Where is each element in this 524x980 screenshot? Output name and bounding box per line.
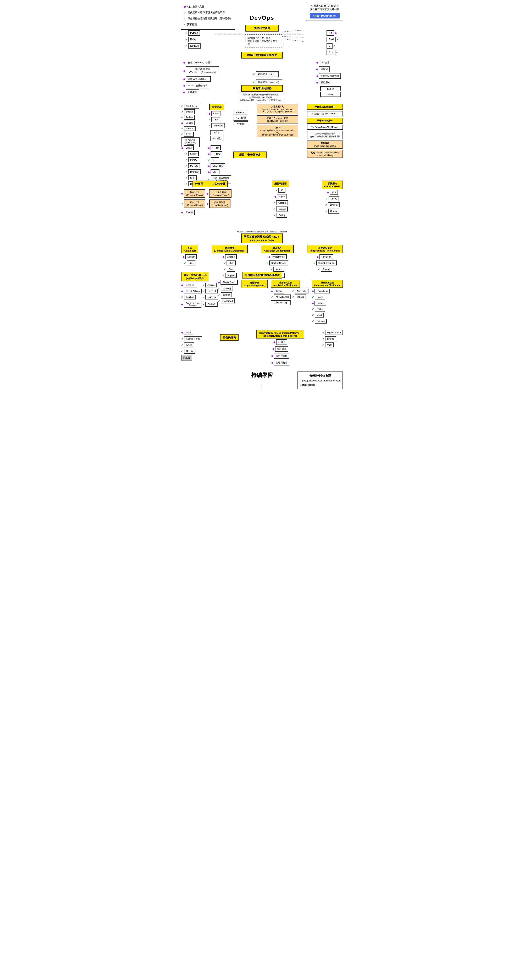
go-check-icon: ◆ <box>335 32 337 35</box>
initd-item: ✔ 啟動管理（init.d） <box>253 72 282 77</box>
ftp-box: FTP <box>211 158 219 162</box>
splunk-box: Splunk <box>221 292 232 297</box>
aws-box: AWS <box>184 330 193 335</box>
ruby-check-icon: ✔ <box>185 38 187 41</box>
legend-item-green: ✔ 替代選項－選擇此項或是紫色項目 <box>184 10 232 16</box>
tomcat-box: Tomcat <box>276 207 287 212</box>
server-mgmt-box: 學習管理伺服器 <box>241 85 283 92</box>
config-label: 組態管理(Configuration Management) <box>211 245 248 253</box>
freebsd-box: FreeBSD <box>233 110 248 115</box>
jaeger-box: Jaeger <box>274 289 284 293</box>
top-right-line2: 以及各式資源和其他路線圖 <box>310 8 340 11</box>
dns-box: DNS <box>210 130 224 135</box>
pulumi-box: Pulumi <box>321 267 332 272</box>
python-box: Python <box>188 30 200 36</box>
azure-box: Azure <box>184 342 194 347</box>
socket-icon: ◆ <box>183 77 185 81</box>
https-box: HTTPS <box>211 151 222 156</box>
legend-item-purple: ◆ 個人推薦 / 意見 <box>184 4 232 10</box>
roadmap-link[interactable]: http:// roadmap.sh <box>310 13 340 19</box>
c-box: C <box>327 43 332 49</box>
netbsd-box: NetBSD <box>233 121 248 126</box>
newrelic-box: New Relic <box>295 289 308 293</box>
lang-left-items: ✔ Python ✔ Ruby ✔ Node.js <box>185 30 201 49</box>
dockerswarm-box: Docker Swarm <box>269 261 288 266</box>
mesos-box: Mesos <box>273 267 284 272</box>
compilers-box: 從原始碼編譯應用程式（gcc、make 和其他相關的東西） <box>307 131 343 139</box>
network-main-box: 網路、安全與協定 <box>233 151 267 158</box>
windows-box: Windows <box>211 123 225 128</box>
cloud-main-list: ◆AWS ✔Google Cloud ✔Azure ✔Heroku 阿里雲 <box>181 330 202 361</box>
go-box: Go <box>327 30 334 36</box>
c-item: C ✔ <box>327 43 339 49</box>
whatisinstall-box: 什麼是 ＿＿＿，如何安裝 <box>192 181 228 187</box>
service-mesh-section: 服務網格(Service Mesh) ◆Istio ✔Envoy ✔Linker… <box>322 181 343 214</box>
multiplexer-box: 終端機多工器（Multiplexer） <box>307 111 343 116</box>
os-box: 作業系統 <box>209 104 224 110</box>
virt-icon: ◆ <box>316 68 318 71</box>
service-mesh-label: 服務網格(Service Mesh) <box>322 181 343 189</box>
logs-label: 日誌管理(Logs Management) <box>241 280 268 288</box>
alibaba-box: 阿里雲 <box>181 355 192 361</box>
webserver-section: 網頁伺服器 ✔IIS ◆Nginx ✔Apache ✔Tomcat ✔Caddy <box>272 181 289 218</box>
smtp-box: SMTP <box>188 151 199 156</box>
c-check-icon: ✔ <box>333 45 335 48</box>
salt-box: Salt <box>227 267 235 272</box>
gray-check-icon: ✔ <box>184 16 186 22</box>
caching-box: 快取伺服器(Caching Server) <box>209 189 231 198</box>
docker-box: Docker <box>185 254 197 259</box>
debian-box: Debian <box>184 109 195 114</box>
nginx-box: Nginx <box>277 194 287 199</box>
go-item: Go ◆ <box>327 30 339 36</box>
io-box: I/O 管理 <box>319 60 331 65</box>
editors-box: Vim/Nano/PowerShell/Emacs <box>307 125 343 130</box>
github1-row: ⬥ goodjack/developer-roadmap-chinese <box>300 379 340 382</box>
process-icon: ◆ <box>183 61 185 64</box>
digitalocean-box: Digital Ocean <box>325 330 343 335</box>
memory-item: ◆ 記憶體 / 儲存空間 <box>316 73 341 79</box>
datadog-box: Datadog <box>315 319 327 323</box>
systemd-box: 服務管理（systemd） <box>256 80 282 85</box>
papertrail-box: Papertrail <box>221 298 235 304</box>
openbsd-box: OpenBSD <box>233 116 248 121</box>
logs-label-section: 日誌管理(Logs Management) <box>241 280 268 324</box>
centos-box: CentOS <box>184 126 195 131</box>
apache-box: Apache <box>276 200 288 205</box>
network-center: ◆HTTP ◆HTTPS ✔FTP ◆SSL / TLS ◆SSH ✔Port … <box>208 145 231 184</box>
k8s-box: Kubernetes <box>271 254 287 259</box>
github2-row: ⬥ littlegoodjack <box>300 383 340 387</box>
fs-box: 檔案系統 <box>319 80 332 85</box>
thread-box: 執行緒 和 並行（Thread）（Concurrency） <box>186 67 219 75</box>
elastic-box: Elastic Stack <box>221 280 238 285</box>
lxc-box: LXC <box>187 261 195 266</box>
legend-item-notrecommend: ● 我不推薦 <box>184 22 232 28</box>
fs-icon: ◆ <box>316 81 318 84</box>
suse-box: SUSE Linux <box>184 104 199 108</box>
socket-box: 網路插座（Socket） <box>186 76 211 82</box>
terraform-box: Terraform <box>319 254 333 259</box>
cloud-label-wrap: 雲端供應商 <box>220 334 238 341</box>
cloud-label: 雲端供應商 <box>220 334 238 341</box>
iis-box: IIS <box>278 188 285 193</box>
nodejs-check-icon: ✔ <box>185 45 187 48</box>
webserver-label: 網頁伺服器 <box>272 181 289 187</box>
green-check-icon: ✔ <box>184 10 186 16</box>
memory-box: 記憶體 / 儲存空間 <box>319 73 341 79</box>
top-right-info: 查看此路線圖的詳細版本 以及各式資源和其他路線圖 http:// roadmap… <box>306 2 343 21</box>
http-box: HTTP <box>211 145 221 150</box>
appdynamics-box: AppDynamics <box>274 294 291 299</box>
instana-box: Instana <box>295 294 306 299</box>
nodejs-item: ✔ Node.js <box>185 43 201 49</box>
dmarc-box: DMARC <box>188 169 201 174</box>
linux-box: Linux <box>211 111 221 116</box>
iac-note: *基礎：Infrastructure 又謂為基礎架構、基礎結構、基礎設施 <box>179 231 345 233</box>
github2-icon: ⬥ <box>300 383 302 387</box>
forward-proxy-box: 正向代理(Forward Proxy) <box>184 199 205 208</box>
imaps-box: IMAPS <box>188 158 199 162</box>
thread-item: ◆ 執行緒 和 並行（Thread）（Concurrency） <box>183 67 219 75</box>
server-note: 從一些作業系統中獲得一些管理的知識。使用任一個 Linux 發行版。如果你沒有什… <box>239 92 286 103</box>
unix-box: Unix <box>211 117 220 122</box>
purple-diamond-icon: ◆ <box>184 4 186 10</box>
gcloud-box: Google Cloud <box>184 336 202 341</box>
github1-text: goodjack/developer-roadmap-chinese <box>302 379 340 382</box>
